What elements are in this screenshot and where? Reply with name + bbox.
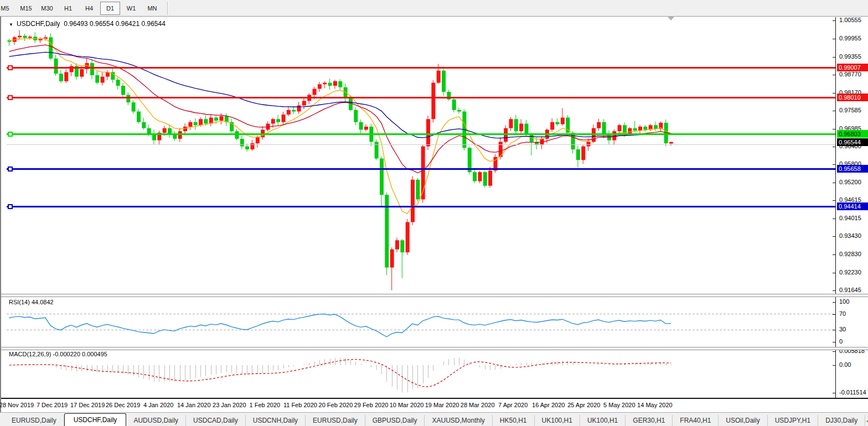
symbol-tab-eurusd-daily[interactable]: EURUSD,Daily [306,415,365,426]
price-level-badge: 0.95658 [837,165,868,173]
timeframe-button-M30[interactable]: M30 [37,2,57,15]
symbol-tab-usdchf-daily[interactable]: USDCHF,Daily [64,413,127,426]
price-tick: 0.97585 [839,107,861,113]
timeframe-button-MN[interactable]: MN [142,2,162,15]
date-label: 28 Nov 2019 [0,402,34,408]
date-label: 19 Mar 2020 [425,402,459,408]
timeframe-button-W1[interactable]: W1 [121,2,141,15]
date-label: 5 May 2020 [603,402,635,408]
timeframe-button-M5[interactable]: M5 [0,2,15,15]
ohlc-low: 0.96421 [116,20,140,28]
symbol-tab-dj30-daily[interactable]: DJ30,Daily [818,415,865,426]
price-tick: 0.98770 [839,71,861,77]
macd-label: MACD(12,26,9) -0.000220 0.000495 [9,351,107,357]
date-label: 4 Jan 2020 [143,402,173,408]
pane-separator-macd[interactable] [1,347,868,350]
price-tick: 0.92830 [839,251,861,257]
date-label: 29 Feb 2020 [354,402,389,408]
symbol-tab-bar: EURUSD,DailyUSDCHF,DailyAUDUSD,DailyUSDC… [0,412,868,426]
symbol-tab-eurusd-daily[interactable]: EURUSD,Daily [4,415,64,426]
symbol-tab-uk100-h1[interactable]: UK100,H1 [535,415,580,426]
price-tick: 0.95200 [839,179,861,185]
date-label: 11 Feb 2020 [283,402,317,408]
price-level-badge: 0.98010 [837,93,868,101]
chart-dropdown-icon[interactable]: ▼ [9,22,13,27]
chart-canvas[interactable] [7,17,836,398]
pane-separator-rsi[interactable] [1,294,868,297]
timeframe-button-D1[interactable]: D1 [100,2,120,15]
date-axis[interactable]: 28 Nov 20197 Dec 201917 Dec 201926 Dec 2… [1,398,868,413]
symbol-tab-usdjpy-h1[interactable]: USDJPY,H1 [768,415,818,426]
price-tick: 0.91645 [839,287,861,293]
autoscroll-marker-icon[interactable] [667,16,675,20]
symbol-tab-fra40-h1[interactable]: FRA40,H1 [673,415,719,426]
chart-title: ▼USDCHF,Daily 0.96493 0.96554 0.96421 0.… [9,20,166,28]
tab-scroll-arrows[interactable]: ◄ ► [865,418,868,424]
symbol-tab-hk50-h1[interactable]: HK50,H1 [493,415,535,426]
chart-symbol-label: USDCHF,Daily [17,20,60,28]
symbol-tab-uk100-h1[interactable]: UK100,H1 [580,415,626,426]
rsi-tick: 100 [839,298,849,305]
symbol-tab-audusd-daily[interactable]: AUDUSD,Daily [126,415,186,426]
rsi-label: RSI(14) 44.0842 [9,299,54,305]
toolbar-separator [167,2,168,15]
price-tick: 0.92230 [839,269,861,276]
date-label: 7 Apr 2020 [498,402,528,408]
price-level-badge: 0.94414 [837,202,868,210]
price-tick: 0.99955 [839,35,861,41]
date-label: 28 Mar 2020 [461,402,495,408]
rsi-tick: 30 [839,326,846,333]
price-level-badge: 0.96544 [837,138,868,146]
price-tick: 0.99355 [839,53,861,60]
timeframe-button-H4[interactable]: H4 [79,2,99,15]
rsi-tick: 70 [839,310,846,317]
date-label: 23 Jan 2020 [213,402,246,408]
ohlc-close: 0.96544 [141,20,165,28]
macd-tick: 0.00 [839,361,851,368]
macd-tick: -0.011514 [839,389,866,396]
date-label: 14 May 2020 [637,402,673,408]
date-label: 26 Dec 2019 [106,402,140,408]
timeframe-toolbar: M5M15M30H1H4D1W1MN [0,0,868,17]
ohlc-open: 0.96493 [64,20,87,28]
symbol-tab-usdcad-daily[interactable]: USDCAD,Daily [186,415,246,426]
date-label: 20 Feb 2020 [319,402,353,408]
price-level-badge: 0.99007 [837,64,868,71]
price-tick: 1.00555 [839,17,861,23]
date-label: 14 Jan 2020 [177,402,211,408]
date-label: 16 Apr 2020 [532,402,565,408]
price-tick: 0.93430 [839,232,861,239]
symbol-tab-gbpusd-daily[interactable]: GBPUSD,Daily [365,415,425,426]
date-label: 7 Dec 2019 [37,402,68,408]
price-level-badge: 0.96803 [837,130,868,138]
date-label: 17 Dec 2019 [70,402,105,408]
symbol-tab-ger30-h1[interactable]: GER30,H1 [626,415,673,426]
price-scale[interactable]: 1.005550.999550.993550.987700.981700.975… [837,17,868,398]
date-label: 10 Mar 2020 [390,402,424,408]
symbol-tab-usoil-daily[interactable]: USOil,Daily [719,415,767,426]
symbol-tab-xauusd-monthly[interactable]: XAUUSD,Monthly [425,415,492,426]
price-tick: 0.94015 [839,215,861,221]
date-label: 1 Feb 2020 [250,402,281,408]
timeframe-button-M15[interactable]: M15 [16,2,36,15]
chart-window: ▼USDCHF,Daily 0.96493 0.96554 0.96421 0.… [0,17,868,412]
rsi-tick: 0 [839,338,843,345]
ohlc-high: 0.96554 [90,20,113,28]
symbol-tab-usdcnh-daily[interactable]: USDCNH,Daily [246,415,306,426]
date-label: 25 Apr 2020 [567,402,600,408]
mt4-terminal: M5M15M30H1H4D1W1MN ▼USDCHF,Daily 0.96493… [0,0,868,426]
timeframe-button-H1[interactable]: H1 [58,2,78,15]
